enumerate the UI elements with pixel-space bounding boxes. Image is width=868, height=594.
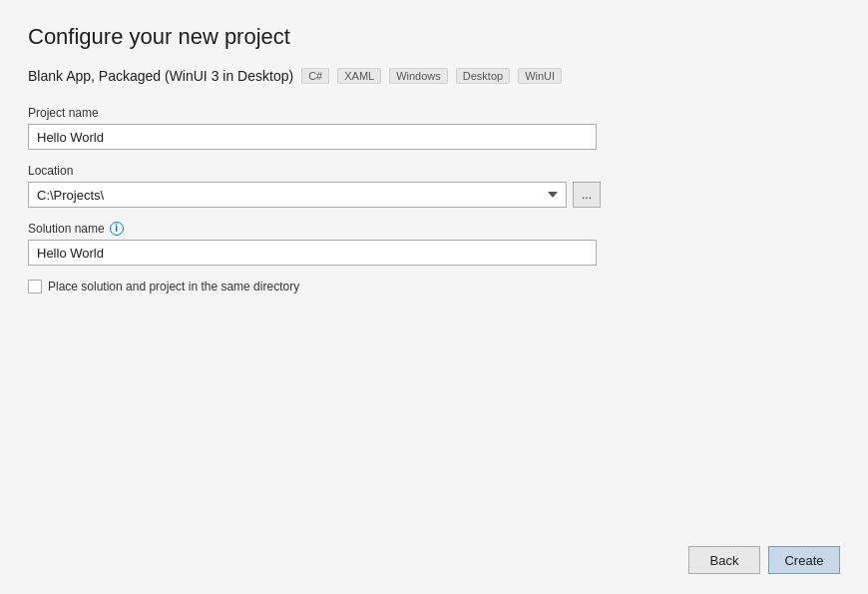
- same-directory-checkbox[interactable]: [28, 280, 42, 294]
- project-name-input[interactable]: [28, 124, 597, 150]
- tag-windows: Windows: [389, 68, 448, 84]
- project-name-group: Project name: [28, 106, 840, 150]
- solution-name-group: Solution name i: [28, 222, 840, 266]
- create-button[interactable]: Create: [768, 546, 840, 574]
- footer: Back Create: [28, 536, 840, 574]
- checkbox-row: Place solution and project in the same d…: [28, 280, 840, 294]
- tag-desktop: Desktop: [456, 68, 510, 84]
- tag-xaml: XAML: [337, 68, 381, 84]
- location-label: Location: [28, 164, 840, 178]
- subtitle-text: Blank App, Packaged (WinUI 3 in Desktop): [28, 68, 293, 84]
- same-directory-label[interactable]: Place solution and project in the same d…: [48, 280, 299, 294]
- solution-name-label: Solution name i: [28, 222, 840, 236]
- location-group: Location C:\Projects\ ...: [28, 164, 840, 208]
- project-name-label: Project name: [28, 106, 840, 120]
- location-select[interactable]: C:\Projects\: [28, 182, 567, 208]
- solution-name-input[interactable]: [28, 240, 597, 266]
- subtitle-row: Blank App, Packaged (WinUI 3 in Desktop)…: [28, 68, 840, 84]
- location-row: C:\Projects\ ...: [28, 182, 840, 208]
- page-title: Configure your new project: [28, 24, 840, 50]
- tag-winui: WinUI: [518, 68, 562, 84]
- solution-name-info-icon[interactable]: i: [110, 222, 124, 236]
- page-container: Configure your new project Blank App, Pa…: [0, 0, 868, 594]
- form-section: Project name Location C:\Projects\ ... S…: [28, 106, 840, 536]
- tag-csharp: C#: [301, 68, 329, 84]
- back-button[interactable]: Back: [688, 546, 760, 574]
- browse-button[interactable]: ...: [573, 182, 601, 208]
